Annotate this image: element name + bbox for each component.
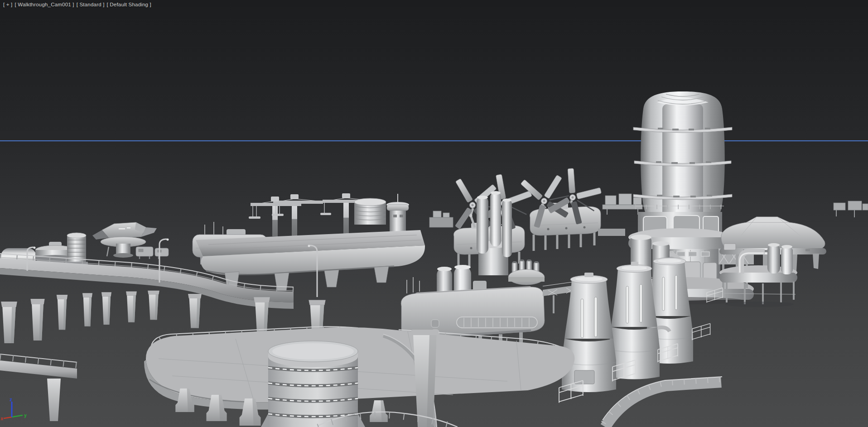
axis-x-line bbox=[4, 417, 12, 418]
curved-walkway[interactable] bbox=[603, 377, 722, 427]
viewport-menu-renderer[interactable]: [ Standard ] bbox=[77, 2, 105, 7]
3d-viewport[interactable]: [ + ] [ Walkthrough_Cam001 ] [ Standard … bbox=[0, 0, 868, 427]
scene-canvas[interactable] bbox=[0, 0, 868, 427]
crane-platform[interactable] bbox=[196, 193, 425, 291]
viewport-menu-camera[interactable]: [ Walkthrough_Cam001 ] bbox=[15, 2, 74, 7]
world-axis-gizmo: x y z bbox=[0, 397, 41, 427]
viewport-label-overlay: [ + ] [ Walkthrough_Cam001 ] [ Standard … bbox=[3, 2, 151, 7]
ribbed-silo[interactable] bbox=[354, 198, 386, 225]
axis-z-label: z bbox=[10, 397, 12, 402]
axis-y-label: y bbox=[24, 413, 27, 418]
viewport-menu-general[interactable]: [ + ] bbox=[3, 2, 13, 7]
ribbed-stack[interactable] bbox=[261, 341, 365, 427]
axis-x-label: x bbox=[0, 416, 3, 421]
platform-deck[interactable] bbox=[146, 327, 574, 403]
window-strip bbox=[457, 317, 537, 328]
tank-cluster[interactable] bbox=[477, 191, 512, 275]
control-tower[interactable] bbox=[386, 194, 409, 231]
solar-rotor-hulls[interactable] bbox=[445, 163, 625, 266]
axis-y-line bbox=[12, 415, 23, 417]
main-platform[interactable] bbox=[144, 326, 574, 427]
roof-dome[interactable] bbox=[508, 259, 545, 285]
dome-saucer-pavilion[interactable] bbox=[719, 217, 826, 307]
funnel-towers[interactable] bbox=[562, 258, 693, 392]
viewport-menu-shading[interactable]: [ Default Shading ] bbox=[107, 2, 151, 7]
service-vehicles[interactable] bbox=[136, 247, 169, 259]
